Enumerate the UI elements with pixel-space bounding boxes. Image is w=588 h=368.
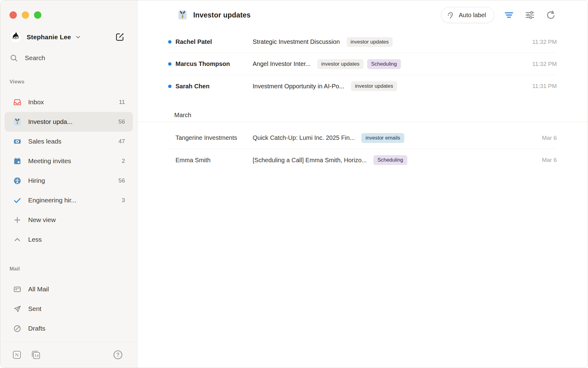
refresh-button[interactable] bbox=[545, 9, 557, 21]
sidebar-item-label: Investor upda... bbox=[28, 118, 73, 125]
label-tag-investor-updates[interactable]: investor updates bbox=[347, 37, 393, 47]
minimize-button[interactable] bbox=[22, 11, 29, 19]
section-label-mail: Mail bbox=[0, 266, 137, 272]
app-window: Stephanie Lee Search ViewsInbox11Investo… bbox=[0, 0, 588, 368]
help-icon[interactable]: ? bbox=[113, 350, 123, 360]
notion-icon[interactable]: N bbox=[12, 350, 22, 360]
drafts-icon bbox=[13, 324, 22, 333]
plus-icon bbox=[13, 216, 22, 224]
email-subject: Strategic Investment Discussion bbox=[253, 38, 340, 45]
chevron-down-icon bbox=[75, 34, 81, 40]
unread-dot bbox=[168, 40, 172, 44]
sidebar-item-count: 56 bbox=[119, 177, 125, 184]
label-tag-scheduling[interactable]: Scheduling bbox=[373, 155, 407, 165]
auto-label-icon bbox=[447, 11, 455, 19]
filter-button[interactable] bbox=[503, 9, 515, 21]
email-row[interactable]: Emma Smith[Scheduling a Call] Emma Smith… bbox=[168, 149, 557, 171]
allmail-icon bbox=[13, 285, 22, 293]
section-label-views: Views bbox=[0, 79, 137, 85]
email-subject: Quick Catch-Up: Lumi Inc. 2025 Fin... bbox=[253, 134, 355, 141]
email-sender: Rachel Patel bbox=[175, 38, 253, 45]
sidebar-item-count: 2 bbox=[122, 158, 125, 164]
svg-text:N: N bbox=[15, 352, 19, 358]
sidebar-item-label: New view bbox=[28, 216, 56, 224]
sidebar-item-count: 56 bbox=[119, 118, 125, 125]
view-header: Investor updates Auto label bbox=[168, 0, 557, 30]
email-sender: Tangerine Investments bbox=[175, 134, 253, 141]
label-tag-investor-emails[interactable]: investor emails bbox=[361, 133, 404, 143]
necktie-icon bbox=[177, 10, 188, 20]
email-row[interactable]: Tangerine InvestmentsQuick Catch-Up: Lum… bbox=[168, 127, 557, 149]
email-time: 11:32 PM bbox=[532, 39, 557, 45]
avatar bbox=[9, 31, 22, 43]
label-tag-investor-updates[interactable]: investor updates bbox=[317, 59, 364, 69]
sidebar-item-engineering-hir[interactable]: Engineering hir...3 bbox=[5, 190, 133, 210]
main-panel: Investor updates Auto label bbox=[138, 0, 588, 368]
view-title: Investor updates bbox=[193, 11, 251, 19]
checkmark-icon bbox=[13, 196, 22, 205]
chevron-up-icon bbox=[13, 236, 22, 244]
email-sender: Emma Smith bbox=[175, 157, 253, 164]
sidebar-item-label: Engineering hir... bbox=[28, 197, 77, 204]
zoom-button[interactable] bbox=[34, 11, 41, 19]
email-row[interactable]: Marcus ThompsonAngel Investor Inter...in… bbox=[168, 53, 557, 75]
sidebar-item-label: All Mail bbox=[28, 286, 49, 293]
calendar-icon bbox=[13, 157, 22, 165]
accessibility-icon bbox=[13, 177, 22, 185]
send-icon bbox=[13, 305, 22, 313]
sidebar-item-label: Sales leads bbox=[28, 138, 62, 145]
email-subject: Investment Opportunity in AI-Po... bbox=[253, 83, 344, 90]
window-controls bbox=[0, 0, 137, 19]
unread-dot bbox=[168, 62, 172, 66]
search-button[interactable]: Search bbox=[9, 54, 128, 62]
email-row[interactable]: Rachel PatelStrategic Investment Discuss… bbox=[168, 31, 557, 53]
sidebar-item-investor-upda[interactable]: Investor upda...56 bbox=[5, 112, 133, 132]
banknote-icon bbox=[13, 137, 22, 146]
email-time: Mar 6 bbox=[542, 157, 557, 163]
compose-button[interactable] bbox=[115, 32, 125, 42]
sidebar-footer: N 14 ? bbox=[0, 341, 137, 368]
notion-calendar-icon[interactable]: 14 bbox=[31, 350, 41, 360]
date-group-label: March bbox=[168, 108, 557, 122]
svg-text:14: 14 bbox=[35, 354, 39, 358]
display-settings-button[interactable] bbox=[524, 9, 536, 21]
auto-label-text: Auto label bbox=[459, 12, 486, 19]
sidebar-item-less[interactable]: Less bbox=[5, 230, 133, 249]
account-switcher[interactable]: Stephanie Lee bbox=[9, 31, 125, 43]
email-time: 11:32 PM bbox=[532, 61, 557, 67]
sidebar-item-count: 47 bbox=[119, 138, 125, 145]
email-time: Mar 6 bbox=[542, 135, 557, 141]
sidebar-item-sales-leads[interactable]: Sales leads47 bbox=[5, 132, 133, 151]
search-icon bbox=[9, 54, 18, 62]
email-time: 11:31 PM bbox=[532, 83, 557, 90]
auto-label-button[interactable]: Auto label bbox=[441, 7, 494, 23]
email-row[interactable]: Sarah ChenInvestment Opportunity in AI-P… bbox=[168, 75, 557, 97]
email-sender: Sarah Chen bbox=[175, 83, 253, 90]
search-label: Search bbox=[25, 54, 45, 62]
user-name: Stephanie Lee bbox=[27, 33, 71, 41]
sidebar-item-count: 3 bbox=[122, 197, 125, 204]
email-list: Rachel PatelStrategic Investment Discuss… bbox=[168, 31, 557, 171]
sidebar-item-meeting-invites[interactable]: Meeting invites2 bbox=[5, 151, 133, 171]
sidebar-item-label: Drafts bbox=[28, 325, 45, 332]
label-tag-scheduling[interactable]: Scheduling bbox=[367, 59, 401, 69]
sidebar-item-inbox[interactable]: Inbox11 bbox=[5, 92, 133, 112]
sidebar: Stephanie Lee Search ViewsInbox11Investo… bbox=[0, 0, 138, 368]
sidebar-item-label: Sent bbox=[28, 305, 41, 312]
sidebar-item-new-view[interactable]: New view bbox=[5, 210, 133, 230]
sidebar-item-sent[interactable]: Sent bbox=[5, 299, 133, 319]
necktie-icon bbox=[13, 118, 22, 126]
unread-dot bbox=[168, 85, 172, 88]
label-tag-investor-updates[interactable]: investor updates bbox=[351, 81, 397, 91]
sidebar-item-all-mail[interactable]: All Mail bbox=[5, 279, 133, 299]
sidebar-item-label: Hiring bbox=[28, 177, 45, 184]
sidebar-item-drafts[interactable]: Drafts bbox=[5, 319, 133, 338]
sidebar-nav: ViewsInbox11Investor upda...56Sales lead… bbox=[0, 79, 137, 338]
email-subject: Angel Investor Inter... bbox=[253, 60, 311, 67]
sidebar-item-hiring[interactable]: Hiring56 bbox=[5, 171, 133, 190]
close-button[interactable] bbox=[9, 11, 17, 19]
inbox-icon bbox=[13, 98, 22, 106]
svg-text:?: ? bbox=[116, 352, 120, 358]
email-sender: Marcus Thompson bbox=[175, 60, 253, 67]
sidebar-item-count: 11 bbox=[119, 99, 125, 105]
